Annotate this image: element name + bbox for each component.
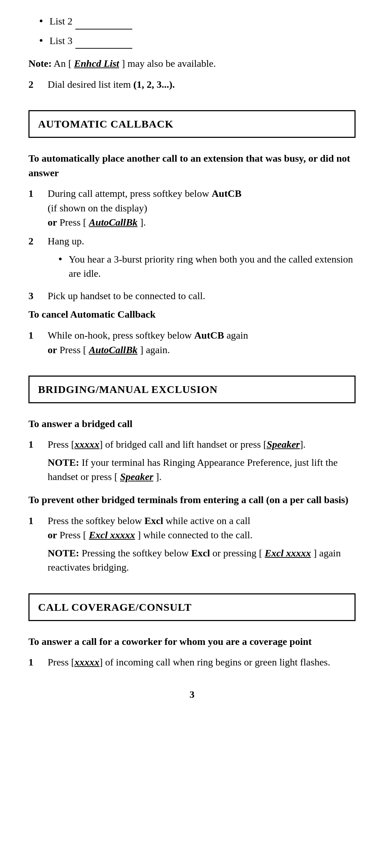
item2-bold: (1, 2, 3...).: [133, 79, 175, 90]
call-coverage-step1-number: 1: [28, 655, 39, 670]
bridging-box: BRIDGING/MANUAL EXCLUSION: [28, 376, 356, 403]
bridging-note2-key: Excl xxxxx: [265, 548, 311, 559]
bridging-note1-end: ].: [156, 471, 161, 482]
step3-text: Pick up handset to be connected to call.: [48, 290, 205, 301]
bridging-section: BRIDGING/MANUAL EXCLUSION To answer a br…: [28, 361, 356, 575]
auto-callback-step3: 3 Pick up handset to be connected to cal…: [28, 289, 356, 303]
bridging-step2-number: 1: [28, 514, 39, 528]
call-coverage-step1-press: Press [: [48, 657, 74, 668]
bridging-step1: 1 Press [xxxxx] of bridged call and lift…: [28, 437, 356, 484]
auto-callback-heading1: To automatically place another call to a…: [28, 151, 356, 180]
bridging-step1-content: Press [xxxxx] of bridged call and lift h…: [48, 437, 356, 484]
enhcd-note: Note: An [ Enhcd List ] may also be avai…: [28, 56, 356, 71]
step1-bracket: ].: [140, 217, 146, 228]
bridging-note1: NOTE: If your terminal has Ringing Appea…: [48, 455, 356, 484]
call-coverage-section: CALL COVERAGE/CONSULT To answer a call f…: [28, 579, 356, 670]
step1-paren: (if shown on the display): [48, 203, 147, 214]
bridging-note1-key: Speaker: [120, 471, 153, 482]
note-text-after: ] may also be available.: [122, 58, 216, 69]
bridging-step2-mid: while active on a call: [163, 515, 250, 526]
cancel-step1-key: AutoCallBk: [89, 344, 138, 355]
call-coverage-step1: 1 Press [xxxxx] of incoming call when ri…: [28, 655, 356, 670]
auto-callback-step2: 2 Hang up. • You hear a 3-burst priority…: [28, 234, 356, 285]
call-coverage-step1-content: Press [xxxxx] of incoming call when ring…: [48, 655, 356, 670]
list2-line: [75, 14, 132, 29]
bridging-step1-number: 1: [28, 437, 39, 452]
bridging-step2: 1 Press the softkey below Excl while act…: [28, 514, 356, 575]
step3-content: Pick up handset to be connected to call.: [48, 289, 356, 303]
bridging-note1-text: If your terminal has Ringing Appearance …: [48, 457, 338, 482]
bridging-note1-bold: NOTE:: [48, 457, 79, 468]
step1-text: During call attempt, press softkey below: [48, 188, 212, 199]
cancel-step1-text: While on-hook, press softkey below: [48, 330, 194, 341]
bridging-step2-key: Excl xxxxx: [89, 529, 135, 540]
step3-number: 3: [28, 289, 39, 303]
bridging-step2-text: Press the softkey below: [48, 515, 144, 526]
list2-label: List 2: [49, 14, 73, 29]
call-coverage-step1-mid: ] of incoming call when ring begins or g…: [99, 657, 330, 668]
bridging-note2-text: Pressing the softkey below: [82, 548, 191, 559]
list3-label: List 3: [49, 34, 73, 48]
step2-bullet-dot: •: [58, 252, 62, 266]
note-bold-prefix: Note:: [28, 58, 52, 69]
auto-callback-step1: 1 During call attempt, press softkey bel…: [28, 187, 356, 230]
cancel-callback-heading: To cancel Automatic Callback: [28, 307, 356, 322]
bridging-note2-bold: NOTE:: [48, 548, 79, 559]
step2-content: Hang up. • You hear a 3-burst priority r…: [48, 234, 356, 285]
bridging-note2-bold2: Excl: [191, 548, 210, 559]
list-item-3: • List 3: [39, 34, 356, 50]
cancel-step1-bold: AutCB: [194, 330, 224, 341]
bullet-dot-2: •: [39, 34, 43, 47]
bridging-title: BRIDGING/MANUAL EXCLUSION: [38, 383, 218, 395]
bridging-note2: NOTE: Pressing the softkey below Excl or…: [48, 546, 356, 575]
step1-press: Press [: [59, 217, 86, 228]
step2-bullet1: • You hear a 3-burst priority ring when …: [58, 252, 356, 281]
step1-bold: AutCB: [212, 188, 241, 199]
cancel-callback-step1: 1 While on-hook, press softkey below Aut…: [28, 328, 356, 357]
item-2: 2 Dial desired list item (1, 2, 3...).: [28, 77, 356, 92]
bridging-heading1: To answer a bridged call: [28, 417, 356, 431]
cancel-step1-bracket: ] again.: [140, 344, 170, 355]
item2-content: Dial desired list item (1, 2, 3...).: [48, 77, 356, 92]
bridging-step1-key: xxxxx: [74, 439, 99, 450]
step1-number: 1: [28, 187, 39, 201]
step1-content: During call attempt, press softkey below…: [48, 187, 356, 230]
step2-bullets: • You hear a 3-burst priority ring when …: [48, 252, 356, 281]
step2-number: 2: [28, 234, 39, 249]
bridging-note2-mid: or pressing [: [213, 548, 262, 559]
enhcd-list-key: Enhcd List: [74, 58, 119, 69]
list-item-2: • List 2: [39, 14, 356, 31]
cancel-step1-number: 1: [28, 328, 39, 343]
bridging-step2-or: or: [48, 529, 57, 540]
automatic-callback-title: AUTOMATIC CALLBACK: [38, 118, 174, 130]
list3-line: [75, 34, 132, 49]
cancel-step1-press: Press [: [59, 344, 86, 355]
bullet-dot: •: [39, 14, 43, 28]
step1-key: AutoCallBk: [89, 217, 138, 228]
step1-or: or: [48, 217, 57, 228]
page-number: 3: [28, 688, 356, 702]
bridging-step2-press: Press [: [59, 529, 86, 540]
automatic-callback-box: AUTOMATIC CALLBACK: [28, 110, 356, 138]
call-coverage-heading1: To answer a call for a coworker for whom…: [28, 635, 356, 649]
item2-text: Dial desired list item: [48, 79, 133, 90]
item2-number: 2: [28, 77, 39, 92]
bridging-step1-press: Press [: [48, 439, 74, 450]
bridging-step2-end: ] while connected to the call.: [138, 529, 252, 540]
step2-bullet1-text: You hear a 3-burst priority ring when bo…: [69, 252, 356, 281]
call-coverage-title: CALL COVERAGE/CONSULT: [38, 601, 192, 613]
bridging-step2-content: Press the softkey below Excl while activ…: [48, 514, 356, 575]
note-text-before: An [: [54, 58, 72, 69]
bridging-step1-mid: ] of bridged call and lift handset or pr…: [99, 439, 266, 450]
call-coverage-box: CALL COVERAGE/CONSULT: [28, 593, 356, 621]
call-coverage-step1-key: xxxxx: [74, 657, 99, 668]
initial-bullet-list: • List 2 • List 3: [28, 14, 356, 50]
bridging-step1-key2: Speaker: [267, 439, 300, 450]
automatic-callback-section: AUTOMATIC CALLBACK To automatically plac…: [28, 96, 356, 357]
cancel-step1-end: again: [224, 330, 248, 341]
bridging-step2-bold: Excl: [144, 515, 163, 526]
bridging-heading2: To prevent other bridged terminals from …: [28, 493, 356, 507]
cancel-step1-content: While on-hook, press softkey below AutCB…: [48, 328, 356, 357]
step2-text: Hang up.: [48, 236, 84, 247]
cancel-step1-or: or: [48, 344, 57, 355]
